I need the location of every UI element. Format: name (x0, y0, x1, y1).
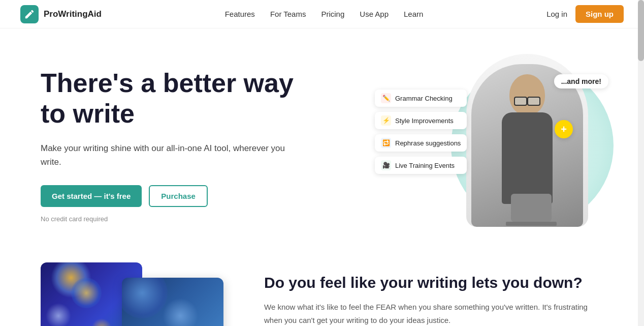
logo-text: ProWritingAid (44, 9, 102, 19)
pill-training: 🎥 Live Training Events (375, 157, 467, 174)
plus-icon: + (555, 120, 573, 138)
pill-grammar: ✏️ Grammar Checking (375, 90, 467, 107)
signup-button[interactable]: Sign up (575, 5, 624, 23)
art-stack: My idea in my head (41, 262, 223, 326)
training-icon: 🎥 (381, 160, 391, 170)
second-body: We know what it's like to feel the FEAR … (264, 301, 603, 326)
person-glasses (514, 97, 540, 104)
nav-features[interactable]: Features (225, 10, 255, 18)
scrollbar-thumb[interactable] (638, 0, 644, 61)
grammar-icon: ✏️ (381, 93, 391, 103)
person-body (502, 112, 553, 204)
second-title: Do you feel like your writing lets you d… (264, 273, 603, 292)
pill-training-label: Live Training Events (395, 162, 455, 169)
nav-learn[interactable]: Learn (404, 10, 423, 18)
pill-rephrase-label: Rephrase suggestions (395, 139, 461, 147)
purchase-button[interactable]: Purchase (149, 185, 208, 207)
second-section: My idea in my head Do you feel like your… (0, 252, 644, 326)
art-card-front (122, 278, 223, 326)
pill-style: ⚡ Style Improvements (375, 112, 467, 129)
person-laptop (511, 194, 552, 222)
nav-for-teams[interactable]: For Teams (270, 10, 306, 18)
hero-section: There's a better way to write Make your … (0, 28, 644, 252)
swirl-front-2 (163, 298, 198, 326)
style-icon: ⚡ (381, 115, 391, 126)
hero-subtitle: Make your writing shine with our all-in-… (41, 141, 305, 169)
rephrase-icon: 🔁 (381, 138, 391, 148)
swirl-4 (91, 318, 112, 326)
hero-left: There's a better way to write Make your … (41, 68, 305, 223)
login-link[interactable]: Log in (546, 10, 567, 18)
second-right: Do you feel like your writing lets you d… (264, 262, 603, 326)
more-badge: ...and more! (554, 74, 608, 88)
hero-note: No credit card required (41, 215, 305, 223)
nav-pricing[interactable]: Pricing (321, 10, 344, 18)
logo-svg (24, 9, 35, 20)
hero-illustration: ✏️ Grammar Checking ⚡ Style Improvements… (390, 59, 603, 232)
hero-buttons: Get started — it's free Purchase (41, 185, 305, 207)
swirl-2 (71, 278, 102, 308)
pill-rephrase: 🔁 Rephrase suggestions (375, 134, 467, 152)
navbar: ProWritingAid Features For Teams Pricing… (0, 0, 644, 28)
pill-grammar-label: Grammar Checking (395, 95, 453, 102)
scrollbar[interactable] (638, 0, 644, 326)
pill-style-label: Style Improvements (395, 117, 454, 125)
logo-icon (20, 5, 39, 23)
nav-actions: Log in Sign up (546, 5, 624, 23)
nav-use-app[interactable]: Use App (360, 10, 389, 18)
logo[interactable]: ProWritingAid (20, 5, 102, 23)
second-left: My idea in my head (41, 262, 234, 326)
person-image (471, 64, 583, 227)
hero-title: There's a better way to write (41, 68, 305, 129)
nav-links: Features For Teams Pricing Use App Learn (225, 10, 424, 18)
feature-pills: ✏️ Grammar Checking ⚡ Style Improvements… (375, 90, 467, 174)
swirl-front-1 (122, 278, 168, 318)
get-started-button[interactable]: Get started — it's free (41, 185, 142, 207)
person-head (509, 74, 545, 115)
swirl-3 (46, 303, 71, 326)
